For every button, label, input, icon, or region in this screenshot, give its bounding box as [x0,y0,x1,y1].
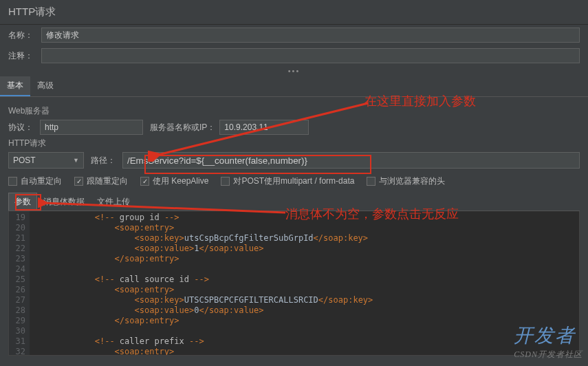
server-label: 服务器名称或IP： [150,122,215,133]
cb-auto-redirect[interactable]: 自动重定向 [8,175,62,187]
comment-label: 注释： [8,50,37,62]
checkbox-icon [74,177,83,186]
name-row: 名称： [0,25,588,45]
splitter-handle[interactable]: ••• [0,66,588,76]
checkbox-icon [8,177,17,186]
code-lines[interactable]: <!-- group id --> <soap:entry> <soap:key… [30,211,373,355]
code-area[interactable]: 1920212223242526272829303132 <!-- group … [8,211,580,356]
checkbox-icon [140,177,149,186]
path-input[interactable] [122,152,580,169]
sub-tab-files[interactable]: 文件上传 [91,193,136,211]
tab-advanced[interactable]: 高级 [30,76,61,96]
line-number-gutter: 1920212223242526272829303132 [9,211,30,355]
sub-tab-params[interactable]: 参数 [8,193,37,211]
comment-input[interactable] [41,48,580,63]
sub-tab-body[interactable]: 消息体数据 [37,193,91,211]
cb-browser-compat[interactable]: 与浏览器兼容的头 [367,175,445,187]
protocol-label: 协议： [8,122,33,133]
checkbox-row: 自动重定向 跟随重定向 使用 KeepAlive 对POST使用multipar… [8,175,580,187]
webserver-row: 协议： 服务器名称或IP： [8,120,580,135]
chevron-down-icon: ▼ [73,157,79,164]
panel-title: HTTP请求 [0,0,588,25]
http-section-label: HTTP请求 [8,138,580,149]
cb-multipart[interactable]: 对POST使用multipart / form-data [221,175,354,187]
title-text: HTTP请求 [8,6,56,17]
server-input[interactable] [219,120,309,135]
name-input[interactable] [41,28,580,43]
sub-tabs: 参数 消息体数据 文件上传 [8,193,580,211]
cb-keepalive[interactable]: 使用 KeepAlive [140,175,208,187]
cb-follow-redirect[interactable]: 跟随重定向 [74,175,128,187]
checkbox-icon [221,177,230,186]
tab-basic[interactable]: 基本 [0,76,30,96]
method-value: POST [13,155,36,165]
path-label: 路径： [91,155,116,166]
comment-row: 注释： [0,45,588,66]
webserver-section-label: Web服务器 [8,105,580,117]
checkbox-icon [367,177,375,186]
http-row: POST ▼ 路径： [8,152,580,169]
method-select[interactable]: POST ▼ [8,152,84,169]
main-tabs: 基本 高级 [0,76,588,97]
name-label: 名称： [8,30,37,41]
main-area: Web服务器 协议： 服务器名称或IP： HTTP请求 POST ▼ 路径： 自… [0,97,588,356]
protocol-input[interactable] [40,120,143,135]
